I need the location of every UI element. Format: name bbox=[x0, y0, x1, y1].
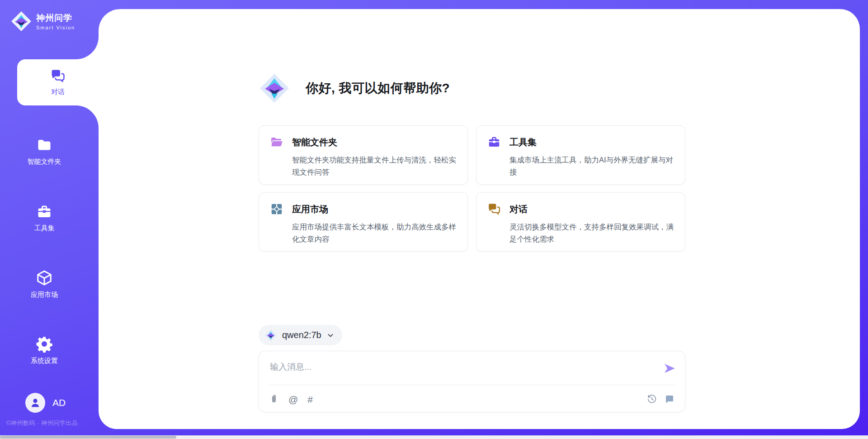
card-app-market[interactable]: 应用市场 应用市场提供丰富长文本模板，助力高效生成多样化文章内容 bbox=[259, 192, 468, 252]
greeting-row: 你好, 我可以如何帮助你? bbox=[259, 72, 685, 104]
folder-icon bbox=[36, 137, 52, 153]
open-folder-icon bbox=[270, 135, 283, 149]
active-tab-top-curve bbox=[76, 37, 99, 59]
card-description: 智能文件夹功能支持批量文件上传与清洗，轻松实现文件问答 bbox=[292, 154, 457, 178]
chat-icon bbox=[50, 68, 66, 84]
model-name: qwen2:7b bbox=[282, 330, 321, 340]
chevron-down-icon bbox=[327, 332, 334, 339]
sidebar-item-settings[interactable]: 系统设置 bbox=[0, 335, 89, 365]
app-window: 神州问学 Smart Vision 对话 智能文件夹 bbox=[0, 0, 868, 439]
model-selector[interactable]: qwen2:7b bbox=[259, 325, 342, 345]
card-title: 应用市场 bbox=[292, 203, 328, 215]
brand-diamond-icon bbox=[265, 329, 277, 341]
sidebar-item-chat[interactable]: 对话 bbox=[17, 59, 99, 105]
message-input[interactable] bbox=[270, 359, 641, 375]
scrollbar-thumb[interactable] bbox=[0, 436, 176, 439]
user-account[interactable]: AD bbox=[25, 393, 66, 413]
sidebar-item-smart-folder[interactable]: 智能文件夹 bbox=[0, 137, 89, 166]
card-chat[interactable]: 对话 灵活切换多模型文件，支持多样回复效果调试，满足个性化需求 bbox=[476, 192, 685, 252]
sidebar-item-label: 智能文件夹 bbox=[28, 157, 61, 166]
sidebar-item-label: 工具集 bbox=[34, 224, 55, 233]
card-title: 对话 bbox=[509, 203, 528, 215]
message-icon[interactable] bbox=[664, 394, 675, 405]
card-title: 工具集 bbox=[509, 136, 537, 148]
card-title: 智能文件夹 bbox=[292, 136, 337, 148]
sidebar-item-label: 应用市场 bbox=[31, 291, 58, 299]
copyright-footer: ©神州数码 · 神州问学出品 bbox=[6, 419, 78, 427]
toolbox-icon bbox=[487, 135, 501, 149]
feature-cards: 智能文件夹 智能文件夹功能支持批量文件上传与清洗，轻松实现文件问答 工具集 集成… bbox=[259, 125, 685, 252]
card-description: 灵活切换多模型文件，支持多样回复效果调试，满足个性化需求 bbox=[509, 221, 674, 245]
horizontal-scrollbar[interactable] bbox=[0, 435, 868, 439]
card-description: 集成市场上主流工具，助力AI与外界无缝扩展与对接 bbox=[509, 154, 674, 178]
page-title: 你好, 我可以如何帮助你? bbox=[306, 80, 450, 97]
user-name: AD bbox=[52, 397, 66, 408]
mention-icon[interactable]: @ bbox=[288, 395, 298, 404]
sidebar-item-label: 系统设置 bbox=[31, 357, 58, 365]
sidebar: 神州问学 Smart Vision 对话 智能文件夹 bbox=[0, 0, 99, 439]
composer-toolbar: @ # bbox=[269, 391, 675, 407]
toolbox-icon bbox=[36, 204, 52, 220]
brand-name: 神州问学 bbox=[36, 12, 75, 24]
card-toolset[interactable]: 工具集 集成市场上主流工具，助力AI与外界无缝扩展与对接 bbox=[476, 125, 685, 185]
sidebar-item-label: 对话 bbox=[51, 88, 65, 96]
avatar bbox=[25, 393, 45, 413]
content-column: 你好, 我可以如何帮助你? 智能文件夹 智能文件夹功能支持批量文件上传与清洗，轻… bbox=[259, 9, 685, 412]
message-composer: @ # bbox=[259, 351, 685, 412]
composer-divider bbox=[268, 385, 676, 385]
active-tab-bottom-curve bbox=[76, 105, 99, 128]
brand-diamond-icon bbox=[259, 72, 290, 104]
brand-diamond-icon bbox=[11, 11, 32, 32]
main-content: 你好, 我可以如何帮助你? 智能文件夹 智能文件夹功能支持批量文件上传与清洗，轻… bbox=[99, 9, 860, 429]
send-button[interactable] bbox=[663, 362, 676, 375]
history-icon[interactable] bbox=[646, 394, 657, 405]
send-icon bbox=[663, 362, 676, 375]
brand-subtitle: Smart Vision bbox=[36, 25, 75, 30]
chat-icon bbox=[487, 202, 501, 216]
attach-icon[interactable] bbox=[269, 394, 279, 404]
card-smart-folder[interactable]: 智能文件夹 智能文件夹功能支持批量文件上传与清洗，轻松实现文件问答 bbox=[259, 125, 468, 185]
app-grid-icon bbox=[270, 202, 283, 216]
person-icon bbox=[29, 397, 41, 409]
card-description: 应用市场提供丰富长文本模板，助力高效生成多样化文章内容 bbox=[292, 221, 457, 245]
cube-icon bbox=[36, 269, 53, 286]
sidebar-item-app-market[interactable]: 应用市场 bbox=[0, 269, 89, 299]
sidebar-item-toolset[interactable]: 工具集 bbox=[0, 204, 89, 233]
gear-icon bbox=[36, 335, 53, 353]
brand-logo: 神州问学 Smart Vision bbox=[11, 11, 75, 32]
topic-icon[interactable]: # bbox=[307, 395, 313, 404]
